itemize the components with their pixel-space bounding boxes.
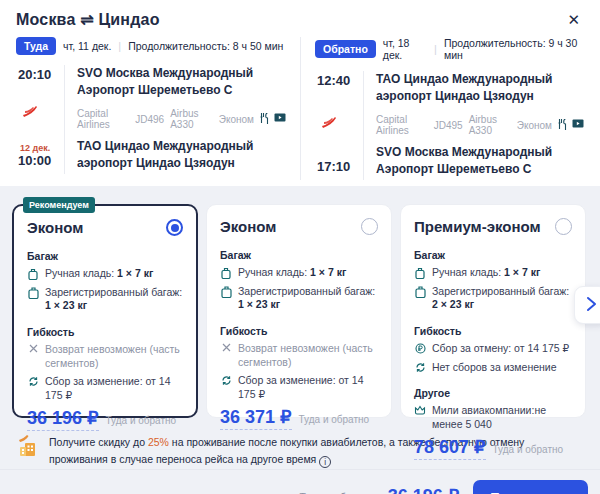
checkout-footer: Туда и обратно 36 196 ₽ Продолжить — [0, 469, 600, 494]
cabin-class: Эконом — [219, 114, 254, 125]
flexibility-section-label: Гибкость — [27, 326, 183, 338]
feature-text: Возврат невозможен (часть сегментов) — [238, 342, 378, 369]
baggage-section-label: Багаж — [220, 249, 378, 261]
feature-label: Зарегистрированный багаж: — [45, 286, 182, 298]
meal-icon — [260, 113, 270, 126]
feature-text: Нет сборов за изменение — [432, 361, 557, 375]
fare-name: Премиум-эконом — [414, 218, 541, 235]
entertainment-icon — [274, 113, 286, 125]
airline-name: Capital Airlines — [376, 114, 428, 136]
feature-label: Ручная кладь: — [432, 266, 504, 278]
fare-card-econom-1[interactable]: Рекомендуем Эконом Багаж Ручная кладь: 1… — [12, 204, 198, 418]
fare-card-econom-2[interactable]: Эконом Багаж Ручная кладь: 1 × 7 кг Заре… — [206, 204, 392, 418]
meta-separator: | — [434, 43, 437, 55]
outbound-badge: Туда — [16, 37, 56, 55]
return-depart-time: 12:40 — [317, 73, 350, 88]
airline-logo-icon — [321, 115, 337, 133]
outbound-duration: Продолжительность: 8 ч 50 мин — [128, 40, 283, 52]
outbound-depart-airport: SVO Москва Международный Аэропорт Шереме… — [77, 65, 286, 101]
recommended-badge: Рекомендуем — [23, 197, 95, 213]
flight-summary-section: Москва ⇌ Циндао ✕ Туда чт, 11 дек. | Про… — [0, 0, 600, 186]
aircraft-type: Airbus A330 — [170, 108, 213, 130]
feature-value: 1 × 23 кг — [238, 298, 280, 310]
flexibility-section-label: Гибкость — [414, 325, 572, 337]
cabin-class: Эконом — [517, 120, 552, 131]
feature-value: 2 × 23 кг — [432, 298, 474, 310]
change-fee-icon — [27, 376, 39, 387]
checked-baggage-icon — [220, 286, 232, 298]
fare-price: 36 196 ₽ — [27, 407, 99, 431]
fare-selection-section: Рекомендуем Эконом Багаж Ручная кладь: 1… — [0, 186, 600, 494]
fare-radio[interactable] — [361, 218, 378, 235]
hand-luggage-icon — [27, 268, 39, 280]
airline-name: Capital Airlines — [77, 108, 129, 130]
flight-number: JD496 — [135, 114, 164, 125]
outbound-depart-time: 20:10 — [18, 67, 51, 82]
airline-logo-icon — [22, 104, 38, 122]
feature-label: Ручная кладь: — [238, 266, 310, 278]
carousel-next-button[interactable] — [574, 286, 600, 324]
flight-number: JD495 — [434, 120, 463, 131]
flexibility-section-label: Гибкость — [220, 325, 378, 337]
outbound-arrive-time: 10:00 — [18, 153, 51, 168]
feature-value: 1 × 7 кг — [117, 267, 153, 279]
return-depart-airport: ТАО Циндао Международный аэропорт Циндао… — [376, 71, 584, 107]
close-icon[interactable]: ✕ — [563, 10, 584, 29]
fare-name: Эконом — [27, 219, 83, 236]
fare-card-premium-econom[interactable]: Премиум-эконом Багаж Ручная кладь: 1 × 7… — [400, 204, 586, 418]
feature-text: Сбор за отмену: от 14 175 ₽ — [432, 342, 569, 356]
flight-details-modal: Москва ⇌ Циндао ✕ Туда чт, 11 дек. | Про… — [0, 0, 600, 494]
feature-value: 1 × 7 кг — [310, 266, 346, 278]
outbound-flight: Туда чт, 11 дек. | Продолжительность: 8 … — [16, 37, 300, 180]
continue-button[interactable]: Продолжить — [473, 480, 588, 494]
baggage-section-label: Багаж — [414, 249, 572, 261]
no-refund-icon — [27, 344, 39, 353]
feature-text: Сбор за изменение: от 14 175 ₽ — [238, 374, 378, 401]
feature-text: Возврат невозможен (часть сегментов) — [45, 343, 183, 370]
meta-separator: | — [118, 40, 121, 52]
hand-luggage-icon — [220, 267, 232, 279]
baggage-section-label: Багаж — [27, 250, 183, 262]
feature-value: 1 × 7 кг — [504, 266, 540, 278]
feature-text: Мили авиакомпании:не менее 5 040 — [432, 404, 572, 431]
outbound-arrive-airport: ТАО Циндао Международный аэропорт Циндао… — [77, 138, 286, 174]
fare-name: Эконом — [220, 218, 276, 235]
page-title: Москва ⇌ Циндао — [16, 10, 160, 29]
info-icon[interactable]: i — [319, 456, 331, 468]
checked-baggage-icon — [27, 287, 39, 299]
aircraft-type: Airbus A330 — [469, 114, 511, 136]
feature-label: Зарегистрированный багаж: — [432, 285, 569, 297]
fare-radio-selected[interactable] — [166, 219, 183, 236]
fare-price-suffix: Туда и обратно — [493, 444, 564, 455]
feature-value: 1 × 23 кг — [45, 299, 87, 311]
chevron-right-icon — [585, 296, 597, 315]
footer-total-price[interactable]: 36 196 ₽ — [388, 485, 460, 494]
return-badge: Обратно — [315, 40, 376, 58]
hotel-building-icon — [16, 434, 40, 462]
change-fee-icon — [220, 375, 232, 386]
fare-price-suffix: Туда и обратно — [299, 414, 370, 425]
feature-label: Зарегистрированный багаж: — [238, 285, 375, 297]
entertainment-icon — [572, 119, 584, 131]
checked-baggage-icon — [414, 286, 426, 298]
cancel-fee-icon — [414, 343, 426, 354]
fare-price: 78 607 ₽ — [414, 436, 486, 460]
return-arrive-time: 17:10 — [317, 159, 350, 174]
return-flight: Обратно чт, 18 дек. | Продолжительность:… — [300, 37, 584, 180]
outbound-arrive-date: 12 дек. — [20, 143, 51, 153]
feature-label: Ручная кладь: — [45, 267, 117, 279]
other-section-label: Другое — [414, 387, 572, 399]
meal-icon — [558, 119, 568, 132]
discount-percent: 25% — [148, 436, 169, 448]
airline-miles-icon — [414, 405, 426, 415]
feature-text: Сбор за изменение: от 14 175 ₽ — [45, 375, 183, 402]
fare-radio[interactable] — [555, 218, 572, 235]
fare-price: 36 371 ₽ — [220, 406, 292, 430]
return-arrive-airport: SVO Москва Международный Аэропорт Шереме… — [376, 144, 584, 180]
change-fee-icon — [414, 362, 426, 373]
hand-luggage-icon — [414, 267, 426, 279]
no-refund-icon — [220, 343, 232, 352]
fare-price-suffix: Туда и обратно — [106, 415, 177, 426]
outbound-date: чт, 11 дек. — [63, 40, 111, 52]
return-duration: Продолжительность: 9 ч 30 мин — [444, 37, 584, 61]
